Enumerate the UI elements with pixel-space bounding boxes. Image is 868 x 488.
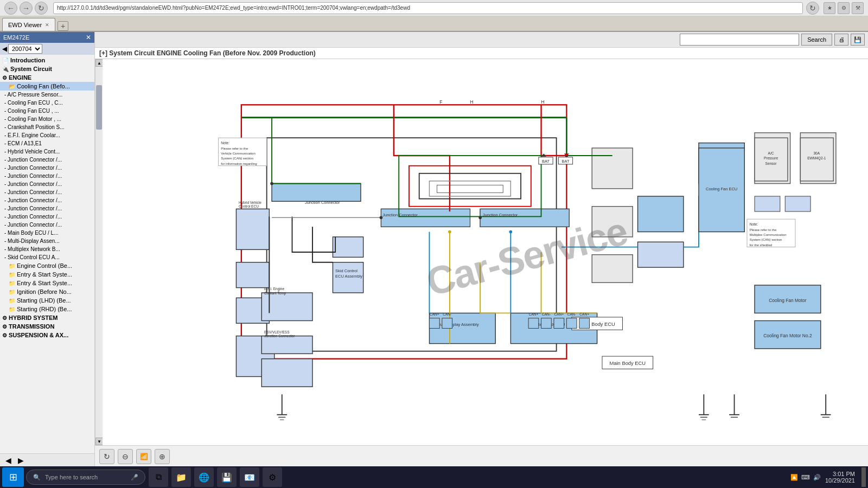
settings-icon[interactable]: ⚙: [838, 2, 850, 14]
list-item[interactable]: - Junction Connector /...: [0, 156, 94, 164]
ewd-viewer-tab[interactable]: EWD Viewer ✕: [2, 18, 55, 31]
mail-button[interactable]: 📧: [240, 467, 259, 487]
list-item[interactable]: - Junction Connector /...: [0, 221, 94, 229]
sidebar-item-starting-rhd[interactable]: 📁 Starting (RHD) (Be...: [0, 305, 94, 313]
save-button[interactable]: 💾: [851, 34, 865, 46]
scroll-up-button[interactable]: ▲: [95, 59, 103, 67]
list-item[interactable]: - Cooling Fan ECU , ...: [0, 107, 94, 115]
suspension-icon: ⚙: [2, 332, 7, 338]
svg-text:EWM4Q2-1: EWM4Q2-1: [807, 156, 826, 160]
circuit-icon: 🔌: [2, 66, 9, 72]
new-tab-button[interactable]: +: [58, 21, 68, 31]
list-item[interactable]: - Skid Control ECU A...: [0, 253, 94, 261]
version-select[interactable]: 200704: [8, 44, 42, 54]
svg-text:Junction Connector: Junction Connector: [483, 213, 518, 217]
list-item[interactable]: - Junction Connector /...: [0, 204, 94, 213]
tools-icon[interactable]: ⚒: [852, 2, 864, 14]
search-button[interactable]: Search: [801, 34, 832, 46]
start-button[interactable]: ⊞: [2, 467, 24, 487]
svg-text:System (CAN) section: System (CAN) section: [221, 156, 253, 160]
notification-area[interactable]: [861, 467, 866, 487]
zoom-out-button[interactable]: ⊖: [118, 449, 133, 464]
nav-refresh-button[interactable]: ↻: [35, 2, 48, 15]
sidebar-item-entry-start1[interactable]: 📁 Entry & Start Syste...: [0, 270, 94, 279]
list-item[interactable]: - Multiplex Network B...: [0, 245, 94, 253]
taskbar-app-icons: ⧉ 📁 🌐 💾 📧 ⚙: [149, 467, 282, 487]
svg-text:Please refer to the: Please refer to the: [221, 146, 248, 150]
sidebar-next-button[interactable]: ▶: [15, 455, 27, 466]
sidebar-item-entry-start2[interactable]: 📁 Entry & Start Syste...: [0, 279, 94, 287]
list-item[interactable]: - Junction Connector /...: [0, 172, 94, 180]
list-item[interactable]: - Cooling Fan ECU , C...: [0, 99, 94, 107]
sidebar-item-cooling-fan[interactable]: 📂 Cooling Fan (Befo...: [0, 82, 94, 91]
diagram-header: [+] System Circuit ENGINE Cooling Fan (B…: [95, 48, 868, 59]
sidebar-item-engine[interactable]: ⚙ ENGINE: [0, 73, 94, 82]
url-text: http://127.0.0.1/td/td3ewd/pgm/standalon…: [57, 5, 410, 11]
hybrid-icon: ⚙: [2, 315, 7, 321]
system-tray-icons: 🔼 ⌨ 🔊: [790, 474, 821, 481]
svg-text:CAN+: CAN+: [430, 312, 439, 316]
sidebar-label: HYBRID SYSTEM: [9, 314, 58, 321]
taskbar-clock[interactable]: 3:01 PM 10/29/2021: [825, 471, 855, 484]
folder-icon: 📁: [9, 280, 15, 286]
address-bar[interactable]: http://127.0.0.1/td/td3ewd/pgm/standalon…: [53, 2, 803, 14]
list-item[interactable]: - A/C Pressure Sensor...: [0, 91, 94, 99]
svg-point-56: [478, 216, 482, 219]
search-input[interactable]: [680, 34, 799, 46]
list-item[interactable]: - Multi-Display Assen...: [0, 237, 94, 245]
list-item[interactable]: - Main Body ECU / L...: [0, 229, 94, 237]
list-item[interactable]: - Junction Connector /...: [0, 188, 94, 196]
favorites-icon[interactable]: ★: [824, 2, 835, 14]
sidebar-item-ignition[interactable]: 📁 Ignition (Before No...: [0, 287, 94, 296]
svg-text:Control ECU: Control ECU: [239, 204, 259, 208]
sidebar-label: Starting (LHD) (Be...: [17, 297, 71, 304]
refresh-button[interactable]: ↻: [99, 449, 114, 464]
svg-text:Sensor: Sensor: [765, 162, 777, 165]
sidebar-item-engine-control[interactable]: 📁 Engine Control (Be...: [0, 261, 94, 270]
sidebar-item-transmission[interactable]: ⚙ TRANSMISSION: [0, 322, 94, 331]
tab-title: EWD Viewer: [8, 22, 42, 28]
svg-text:System (CAN) section: System (CAN) section: [750, 237, 782, 241]
browser-title-bar: ← → ↻ http://127.0.0.1/td/td3ewd/pgm/sta…: [0, 0, 868, 16]
diagram-title: [+] System Circuit ENGINE Cooling Fan (B…: [99, 49, 316, 57]
scroll-thumb[interactable]: [96, 85, 102, 130]
nav-back-button[interactable]: ←: [4, 2, 17, 15]
list-item[interactable]: - Junction Connector /...: [0, 213, 94, 221]
list-item[interactable]: - Cooling Fan Motor , ...: [0, 115, 94, 123]
tab-close-button[interactable]: ✕: [45, 22, 49, 28]
task-view-button[interactable]: ⧉: [149, 467, 168, 487]
sidebar-item-introduction[interactable]: 📄 Introduction: [0, 56, 94, 65]
svg-rect-15: [480, 209, 569, 227]
app-container: EM2472E ✕ ◀ 200704 📄 Introduction 🔌 Syst…: [0, 32, 868, 467]
scroll-track[interactable]: [95, 67, 103, 438]
sidebar-close-button[interactable]: ✕: [86, 34, 91, 41]
sidebar-item-suspension[interactable]: ⚙ SUSPENSION & AX...: [0, 331, 94, 339]
browser-button[interactable]: 🌐: [194, 467, 214, 487]
list-item[interactable]: - Crankshaft Position S...: [0, 123, 94, 131]
print-button[interactable]: 🖨: [834, 34, 848, 46]
list-item[interactable]: - E.F.I. Engine Coolar...: [0, 131, 94, 139]
app5-button[interactable]: ⚙: [263, 467, 282, 487]
list-item[interactable]: - Junction Connector /...: [0, 196, 94, 204]
scroll-down-button[interactable]: ▼: [95, 438, 103, 445]
file-explorer-button[interactable]: 📁: [171, 467, 191, 487]
nav-reload-button[interactable]: ↻: [806, 2, 819, 15]
zoom-in-button[interactable]: ⊕: [155, 449, 170, 464]
svg-rect-29: [755, 196, 780, 211]
volume-icon: 🔊: [813, 474, 821, 481]
list-item[interactable]: - Junction Connector /...: [0, 180, 94, 188]
taskbar-search[interactable]: 🔍 Type here to search 🎤: [26, 470, 145, 485]
nav-forward-button[interactable]: →: [20, 2, 33, 15]
list-item[interactable]: - Junction Connector /...: [0, 164, 94, 172]
sidebar-item-starting-lhd[interactable]: 📁 Starting (LHD) (Be...: [0, 296, 94, 305]
store-button[interactable]: 💾: [217, 467, 237, 487]
sidebar-prev-button[interactable]: ◀: [2, 455, 15, 466]
list-item[interactable]: - ECM / A13,E1: [0, 139, 94, 147]
sidebar-item-system-circuit[interactable]: 🔌 System Circuit: [0, 65, 94, 73]
svg-rect-92: [579, 318, 590, 329]
svg-text:30A: 30A: [813, 151, 820, 155]
list-item[interactable]: - Hybrid Vehicle Cont...: [0, 147, 94, 156]
sidebar-item-hybrid[interactable]: ⚙ HYBRID SYSTEM: [0, 313, 94, 322]
svg-text:BAT: BAT: [562, 159, 570, 164]
svg-rect-21: [592, 207, 633, 237]
